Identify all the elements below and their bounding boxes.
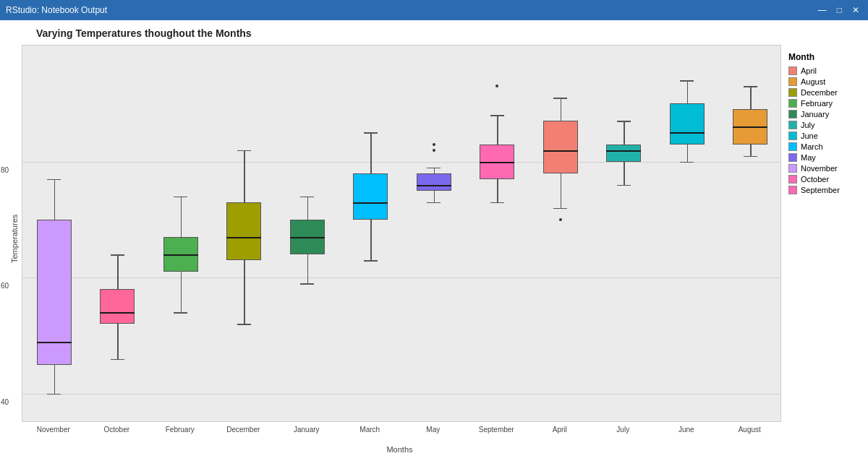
- median-line: [417, 185, 451, 186]
- legend-item: January: [788, 110, 854, 119]
- x-axis-label: March: [348, 426, 391, 434]
- legend-item: July: [788, 121, 854, 129]
- whisker-end-top: [744, 86, 757, 87]
- x-axis-label: January: [285, 426, 328, 434]
- median-line: [480, 162, 514, 163]
- whisker-bottom: [244, 260, 245, 324]
- whisker-bottom: [750, 145, 752, 156]
- box-body: [100, 289, 135, 324]
- whisker-bottom: [54, 365, 56, 394]
- close-button[interactable]: ✕: [849, 5, 862, 15]
- whisker-end-top: [364, 132, 378, 134]
- y-tick-label: 60: [1, 282, 9, 290]
- whisker-top: [181, 197, 182, 237]
- restore-button[interactable]: □: [834, 5, 845, 15]
- window-controls[interactable]: — □ ✕: [815, 5, 862, 15]
- whisker-end-bottom: [427, 202, 441, 204]
- whisker-top: [244, 150, 245, 202]
- whisker-end-bottom: [47, 394, 61, 395]
- whisker-end-bottom: [553, 208, 567, 210]
- y-axis-label: Temperatures: [7, 45, 22, 432]
- whisker-end-bottom: [617, 185, 631, 186]
- legend-item: December: [788, 88, 854, 97]
- box-body: [543, 121, 578, 173]
- whisker-top: [497, 115, 498, 144]
- whisker-end-bottom: [111, 359, 124, 361]
- whisker-bottom: [181, 272, 182, 312]
- whisker-top: [307, 197, 309, 220]
- minimize-button[interactable]: —: [815, 5, 830, 15]
- y-tick-label: 80: [1, 165, 9, 173]
- x-axis-label: December: [221, 426, 265, 434]
- box-body: [606, 145, 641, 162]
- median-line: [606, 150, 641, 152]
- legend-item: April: [788, 66, 854, 75]
- whisker-end-top: [490, 115, 504, 116]
- x-axis-label: April: [538, 426, 582, 434]
- whisker-bottom: [561, 173, 562, 208]
- whisker-bottom: [687, 145, 689, 162]
- x-axis-label: August: [728, 426, 771, 434]
- outlier-dot: [433, 149, 435, 152]
- whisker-bottom: [434, 191, 435, 202]
- whisker-end-bottom: [300, 283, 314, 285]
- outlier-dot: [559, 218, 562, 221]
- box-body: [353, 173, 388, 220]
- median-line: [100, 312, 135, 314]
- whisker-end-top: [680, 80, 694, 82]
- median-line: [290, 237, 325, 238]
- gridline: [22, 277, 780, 278]
- legend-item: August: [788, 77, 854, 86]
- whisker-end-bottom: [237, 324, 251, 325]
- legend-title: Month: [788, 52, 854, 62]
- median-line: [543, 150, 578, 152]
- whisker-top: [561, 98, 562, 121]
- legend-item: October: [788, 175, 854, 184]
- legend-item: March: [788, 142, 854, 151]
- whisker-bottom: [117, 324, 119, 358]
- whisker-end-bottom: [364, 260, 378, 262]
- outlier-dot: [433, 143, 435, 146]
- median-line: [670, 132, 705, 134]
- median-line: [226, 237, 261, 238]
- whisker-bottom: [497, 179, 498, 202]
- box-body: [670, 103, 705, 144]
- gridline: [22, 162, 780, 163]
- outlier-dot: [495, 85, 498, 87]
- window-title: RStudio: Notebook Output: [6, 5, 107, 15]
- median-line: [163, 254, 198, 256]
- chart-title: Varying Temperatures thoughout the Month…: [7, 27, 861, 39]
- x-axis-title: Months: [0, 445, 861, 454]
- whisker-end-top: [553, 98, 567, 99]
- whisker-bottom: [624, 162, 625, 185]
- box-body: [417, 173, 451, 191]
- legend-item: May: [788, 153, 854, 162]
- legend: Month AprilAugustDecemberFebruaryJanuary…: [781, 45, 861, 422]
- x-axis-label: June: [665, 426, 708, 434]
- x-axis-label: November: [32, 426, 75, 434]
- whisker-top: [687, 80, 689, 103]
- whisker-end-top: [111, 254, 124, 256]
- whisker-top: [117, 254, 119, 289]
- median-line: [733, 126, 767, 128]
- x-axis-label: October: [95, 426, 138, 434]
- median-line: [353, 202, 388, 204]
- whisker-bottom: [307, 254, 309, 283]
- x-axis-label: July: [601, 426, 644, 434]
- x-axis-label: February: [158, 426, 202, 434]
- whisker-end-bottom: [174, 312, 187, 314]
- whisker-end-top: [47, 179, 61, 181]
- legend-item: September: [788, 186, 854, 194]
- whisker-end-bottom: [680, 162, 694, 163]
- legend-item: February: [788, 99, 854, 108]
- plot-area: 406080: [22, 45, 781, 422]
- whisker-end-top: [174, 197, 187, 198]
- whisker-top: [750, 86, 752, 109]
- whisker-bottom: [370, 220, 372, 260]
- whisker-end-top: [427, 168, 441, 169]
- whisker-top: [370, 132, 372, 173]
- box-body: [226, 202, 261, 260]
- y-tick-label: 40: [1, 397, 9, 405]
- whisker-top: [54, 179, 56, 220]
- gridline: [22, 394, 780, 395]
